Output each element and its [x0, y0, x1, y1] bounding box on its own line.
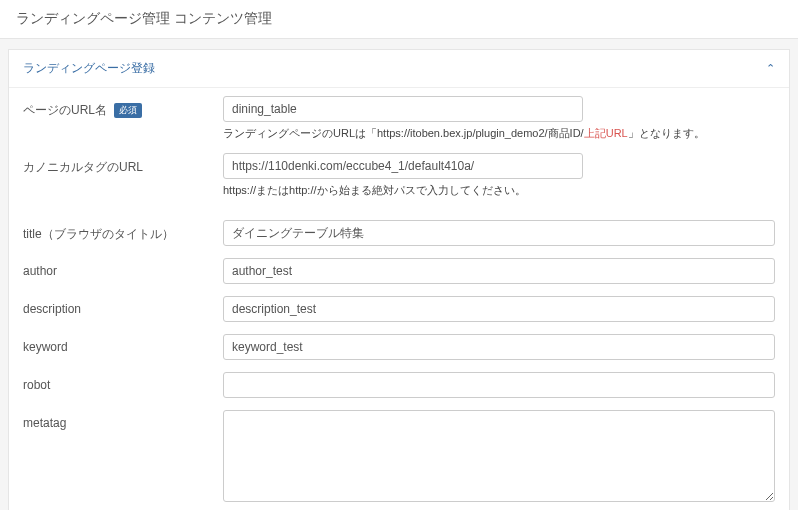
row-canonical: カノニカルタグのURL https://またはhttp://から始まる絶対パスで…	[23, 147, 775, 204]
row-title: title（ブラウザのタイトル）	[23, 214, 775, 252]
metatag-textarea[interactable]	[223, 410, 775, 502]
label-url-name: ページのURL名 必須	[23, 96, 223, 119]
canonical-input[interactable]	[223, 153, 583, 179]
label-canonical: カノニカルタグのURL	[23, 153, 223, 176]
canonical-help-text: https://またはhttp://から始まる絶対パスで入力してください。	[223, 183, 775, 198]
panel-body: ページのURL名 必須 ランディングページのURLは「https://itobe…	[9, 87, 789, 510]
panel-header-title: ランディングページ登録	[23, 60, 155, 77]
label-robot: robot	[23, 372, 223, 392]
row-author: author	[23, 252, 775, 290]
url-help-text: ランディングページのURLは「https://itoben.bex.jp/plu…	[223, 126, 775, 141]
required-badge: 必須	[114, 103, 142, 118]
panel-landing-register: ランディングページ登録 ⌃ ページのURL名 必須 ランディングページのURLは…	[8, 49, 790, 510]
robot-input[interactable]	[223, 372, 775, 398]
description-input[interactable]	[223, 296, 775, 322]
page-title: ランディングページ管理 コンテンツ管理	[0, 0, 798, 39]
row-description: description	[23, 290, 775, 328]
row-metatag: metatag	[23, 404, 775, 510]
row-robot: robot	[23, 366, 775, 404]
author-input[interactable]	[223, 258, 775, 284]
label-keyword: keyword	[23, 334, 223, 354]
title-input[interactable]	[223, 220, 775, 246]
panel-header[interactable]: ランディングページ登録 ⌃	[9, 50, 789, 87]
chevron-up-icon: ⌃	[766, 62, 775, 75]
label-metatag: metatag	[23, 410, 223, 430]
label-description: description	[23, 296, 223, 316]
row-url-name: ページのURL名 必須 ランディングページのURLは「https://itobe…	[23, 90, 775, 147]
row-keyword: keyword	[23, 328, 775, 366]
url-name-input[interactable]	[223, 96, 583, 122]
label-title: title（ブラウザのタイトル）	[23, 220, 223, 243]
label-author: author	[23, 258, 223, 278]
keyword-input[interactable]	[223, 334, 775, 360]
